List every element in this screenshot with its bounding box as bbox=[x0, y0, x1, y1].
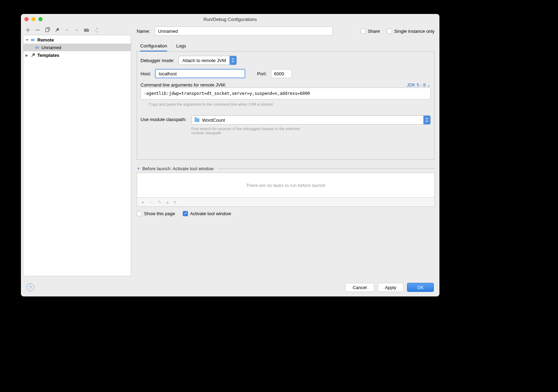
collapse-icon: ▼ bbox=[137, 167, 140, 171]
cmd-hint: Copy and paste the arguments to the comm… bbox=[149, 102, 431, 106]
expand-icon[interactable]: ▼ bbox=[25, 38, 29, 42]
module-value: WordCount bbox=[202, 118, 225, 123]
maximize-icon[interactable] bbox=[38, 17, 43, 21]
debugger-mode-value: Attach to remote JVM bbox=[182, 58, 226, 63]
before-launch-tasks: There are no tasks to run before launch bbox=[137, 173, 435, 198]
svg-rect-0 bbox=[46, 28, 48, 32]
host-label: Host: bbox=[141, 71, 151, 76]
help-icon[interactable]: ? bbox=[27, 284, 34, 291]
move-up-icon[interactable] bbox=[64, 27, 70, 33]
before-launch-header[interactable]: ▼ Before launch: Activate tool window bbox=[137, 166, 435, 171]
configuration-editor: Name: Share Single instance only Configu… bbox=[131, 24, 439, 278]
single-instance-label: Single instance only bbox=[394, 29, 435, 34]
tab-configuration[interactable]: Configuration bbox=[140, 43, 167, 52]
wrench-icon bbox=[30, 53, 36, 58]
tree-item-remote[interactable]: ▼ Remote bbox=[23, 36, 131, 44]
port-label: Port: bbox=[257, 71, 266, 76]
close-icon[interactable] bbox=[24, 17, 29, 21]
minimize-icon[interactable] bbox=[31, 17, 36, 21]
add-icon[interactable]: ＋ bbox=[141, 199, 145, 205]
name-label: Name: bbox=[137, 29, 150, 34]
module-classpath-select[interactable]: WordCount bbox=[191, 115, 431, 125]
tab-logs[interactable]: Logs bbox=[176, 43, 186, 51]
ok-button[interactable]: OK bbox=[407, 283, 434, 292]
show-this-page-checkbox[interactable]: Show this page bbox=[137, 211, 175, 216]
tree-item-templates[interactable]: ▶ Templates bbox=[23, 51, 131, 59]
svg-rect-2 bbox=[35, 46, 38, 49]
move-down-icon[interactable] bbox=[74, 27, 80, 33]
apply-button[interactable]: Apply bbox=[378, 283, 404, 292]
empty-tasks-text: There are no tasks to run before launch bbox=[246, 183, 325, 188]
tabs: Configuration Logs bbox=[137, 43, 435, 52]
activate-label: Activate tool window bbox=[190, 211, 231, 216]
tree-item-label: Templates bbox=[37, 53, 59, 58]
port-input[interactable] bbox=[271, 69, 292, 78]
remote-icon bbox=[30, 37, 36, 42]
sidebar-toolbar: ↓az bbox=[23, 27, 131, 35]
cmd-args-label: Command line arguments for remote JVM: bbox=[141, 82, 226, 88]
configuration-panel: Debugger mode: Attach to remote JVM Host… bbox=[137, 52, 435, 160]
titlebar: Run/Debug Configurations bbox=[21, 14, 439, 24]
edit-icon[interactable]: ✎ bbox=[158, 199, 161, 205]
add-icon[interactable] bbox=[25, 27, 31, 33]
single-instance-checkbox[interactable]: Single instance only bbox=[387, 29, 435, 34]
tree-item-unnamed[interactable]: Unnamed bbox=[23, 44, 131, 51]
module-classpath-label: Use module classpath: bbox=[141, 117, 187, 122]
move-up-icon[interactable]: ▴ bbox=[166, 199, 169, 205]
sort-icon[interactable]: ↓az bbox=[93, 27, 99, 33]
debugger-mode-select[interactable]: Attach to remote JVM bbox=[179, 56, 237, 65]
chevron-down-icon: ⌄ bbox=[427, 82, 431, 88]
chevron-updown-icon bbox=[229, 56, 236, 65]
module-icon bbox=[195, 118, 199, 122]
svg-rect-1 bbox=[31, 39, 34, 41]
expand-icon[interactable]: ▶ bbox=[25, 53, 29, 57]
move-down-icon[interactable]: ▾ bbox=[174, 199, 176, 205]
before-launch-toolbar: ＋ − ✎ ▴ ▾ bbox=[137, 198, 435, 207]
name-input[interactable] bbox=[155, 27, 333, 36]
chevron-updown-icon bbox=[423, 115, 430, 125]
show-page-label: Show this page bbox=[144, 211, 175, 216]
window-title: Run/Debug Configurations bbox=[21, 17, 439, 22]
folder-icon[interactable] bbox=[84, 27, 89, 33]
before-launch-title: Before launch: Activate tool window bbox=[142, 166, 214, 171]
activate-tool-window-checkbox[interactable]: Activate tool window bbox=[183, 211, 231, 216]
jdk-version-link[interactable]: JDK 5 - 8 ⌄ bbox=[407, 82, 431, 88]
run-debug-config-dialog: Run/Debug Configurations ↓az ▼ bbox=[21, 14, 439, 296]
share-checkbox[interactable]: Share bbox=[361, 29, 380, 34]
cancel-button[interactable]: Cancel bbox=[345, 283, 374, 292]
configurations-tree[interactable]: ▼ Remote Unnamed ▶ Templates bbox=[23, 35, 131, 276]
copy-icon[interactable] bbox=[45, 27, 50, 33]
share-label: Share bbox=[368, 29, 380, 34]
remote-icon bbox=[35, 45, 40, 50]
cmd-args-field[interactable] bbox=[141, 88, 431, 99]
remove-icon[interactable]: − bbox=[150, 199, 153, 205]
module-hint: First search for sources of the debugged… bbox=[191, 127, 310, 135]
debugger-mode-label: Debugger mode: bbox=[141, 58, 174, 63]
tree-item-label: Remote bbox=[37, 37, 54, 43]
remove-icon[interactable] bbox=[35, 27, 40, 33]
dialog-footer: ? Cancel Apply OK bbox=[21, 278, 439, 296]
settings-icon[interactable] bbox=[54, 27, 60, 33]
configurations-sidebar: ↓az ▼ Remote Unnamed ▶ Templ bbox=[21, 24, 131, 278]
host-input[interactable] bbox=[155, 69, 245, 78]
tree-item-label: Unnamed bbox=[42, 45, 61, 50]
